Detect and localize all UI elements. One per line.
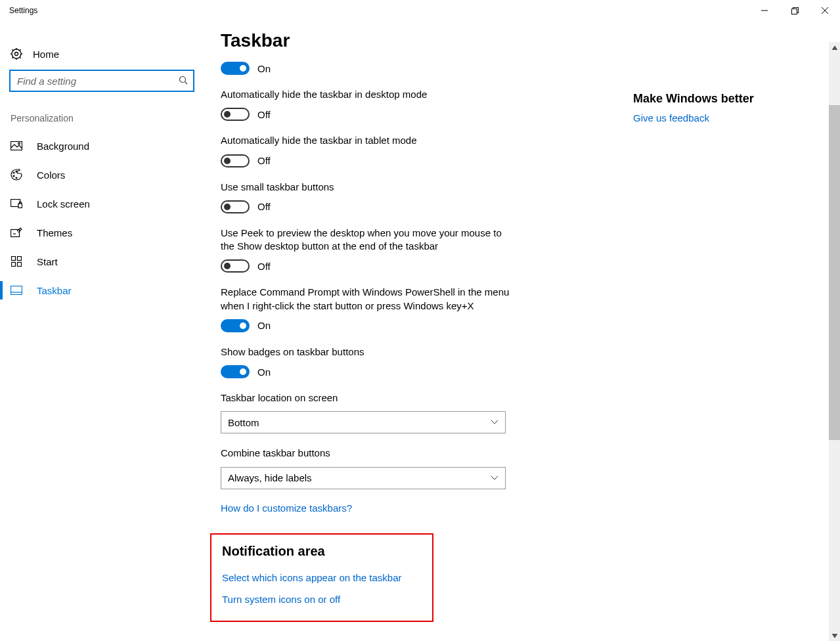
svg-point-21 [16, 177, 17, 179]
taskbar-icon [11, 284, 22, 296]
setting-label: Replace Command Prompt with Windows Powe… [221, 286, 510, 313]
svg-point-15 [180, 76, 186, 82]
svg-rect-31 [11, 286, 22, 295]
notification-area-title: Notification area [222, 544, 422, 559]
setting-badges: Show badges on taskbar buttons On [221, 345, 510, 378]
svg-line-16 [185, 81, 188, 84]
toggle-badges[interactable] [221, 365, 250, 378]
setting-label: Show badges on taskbar buttons [221, 345, 510, 359]
setting-lock-taskbar: On [221, 62, 510, 75]
svg-point-18 [18, 143, 20, 144]
toggle-lock-taskbar[interactable] [221, 62, 250, 75]
svg-line-14 [20, 49, 20, 50]
sidebar-item-label: Lock screen [37, 198, 90, 210]
setting-label: Automatically hide the taskbar in tablet… [221, 134, 510, 147]
setting-autohide-desktop: Automatically hide the taskbar in deskto… [221, 88, 510, 121]
sidebar-item-label: Background [37, 141, 89, 152]
svg-point-22 [16, 171, 17, 172]
select-icons-link[interactable]: Select which icons appear on the taskbar [222, 572, 422, 583]
scroll-down-arrow[interactable] [829, 630, 840, 641]
search-input[interactable] [16, 71, 188, 91]
chevron-down-icon [491, 474, 498, 482]
help-link[interactable]: How do I customize taskbars? [221, 502, 624, 514]
sidebar-item-themes[interactable]: Themes [0, 218, 204, 247]
search-icon [179, 76, 188, 87]
toggle-state: On [257, 320, 271, 331]
setting-taskbar-location: Taskbar location on screen Bottom [221, 391, 510, 433]
feedback-link[interactable]: Give us feedback [633, 112, 840, 123]
setting-small-buttons: Use small taskbar buttons Off [221, 181, 510, 213]
svg-marker-34 [832, 634, 837, 638]
scroll-up-arrow[interactable] [829, 42, 840, 53]
setting-label: Combine taskbar buttons [221, 447, 510, 460]
toggle-state: Off [257, 109, 271, 120]
home-label: Home [33, 49, 59, 60]
toggle-autohide-desktop[interactable] [221, 108, 250, 121]
titlebar: Settings [0, 0, 840, 21]
toggle-autohide-tablet[interactable] [221, 154, 250, 167]
toggle-state: On [257, 366, 271, 378]
search-box[interactable] [9, 70, 194, 92]
setting-label: Taskbar location on screen [221, 391, 510, 405]
svg-marker-33 [832, 46, 837, 50]
svg-point-6 [15, 53, 18, 56]
setting-autohide-tablet: Automatically hide the taskbar in tablet… [221, 134, 510, 167]
dropdown-combine-buttons[interactable]: Always, hide labels [221, 467, 506, 489]
minimize-button[interactable] [749, 0, 780, 21]
sidebar-item-start[interactable]: Start [0, 247, 204, 276]
window-controls [749, 0, 840, 21]
section-label: Personalization [0, 105, 204, 131]
sidebar-item-lock-screen[interactable]: Lock screen [0, 189, 204, 218]
toggle-state: On [257, 63, 271, 74]
setting-powershell: Replace Command Prompt with Windows Powe… [221, 286, 510, 332]
system-icons-link[interactable]: Turn system icons on or off [222, 594, 422, 605]
sidebar: Home Personalization Background [0, 21, 204, 641]
sidebar-item-label: Colors [37, 169, 65, 181]
sidebar-item-colors[interactable]: Colors [0, 160, 204, 189]
toggle-state: Off [257, 201, 271, 212]
setting-combine-buttons: Combine taskbar buttons Always, hide lab… [221, 447, 510, 489]
main-content: Taskbar On Automatically hide the taskba… [204, 21, 624, 641]
toggle-small-buttons[interactable] [221, 200, 250, 213]
sidebar-item-background[interactable]: Background [0, 131, 204, 160]
toggle-peek[interactable] [221, 259, 250, 273]
dropdown-taskbar-location[interactable]: Bottom [221, 411, 506, 433]
aside: Make Windows better Give us feedback [624, 21, 840, 641]
svg-line-12 [20, 57, 20, 58]
dropdown-value: Bottom [228, 417, 259, 428]
toggle-state: Off [257, 261, 271, 272]
sidebar-item-label: Taskbar [37, 285, 72, 296]
toggle-powershell[interactable] [221, 319, 250, 332]
setting-label: Automatically hide the taskbar in deskto… [221, 88, 510, 101]
setting-label: Use Peek to preview the desktop when you… [221, 227, 510, 254]
sidebar-item-taskbar[interactable]: Taskbar [0, 276, 204, 305]
minimize-icon [761, 7, 768, 14]
colors-icon [11, 169, 22, 181]
svg-point-20 [13, 175, 14, 177]
svg-line-11 [12, 49, 12, 50]
background-icon [11, 140, 22, 152]
maximize-button[interactable] [780, 0, 810, 21]
svg-rect-27 [12, 257, 16, 261]
window-title: Settings [9, 6, 37, 15]
maximize-icon [791, 7, 799, 14]
svg-rect-30 [18, 263, 22, 267]
aside-title: Make Windows better [633, 92, 840, 106]
home-button[interactable]: Home [0, 38, 204, 70]
svg-point-19 [13, 172, 14, 173]
chevron-down-icon [491, 418, 498, 426]
close-icon [822, 7, 828, 14]
themes-icon [11, 227, 22, 238]
svg-line-13 [12, 57, 12, 58]
svg-rect-28 [18, 257, 22, 261]
page-title: Taskbar [221, 30, 624, 51]
setting-peek: Use Peek to preview the desktop when you… [221, 227, 510, 273]
sidebar-item-label: Start [37, 256, 58, 267]
start-icon [11, 255, 22, 267]
close-button[interactable] [810, 0, 840, 21]
svg-rect-24 [18, 204, 22, 208]
scroll-thumb[interactable] [829, 105, 840, 440]
svg-rect-29 [12, 263, 16, 267]
dropdown-value: Always, hide labels [228, 472, 312, 483]
scrollbar[interactable] [829, 42, 840, 641]
